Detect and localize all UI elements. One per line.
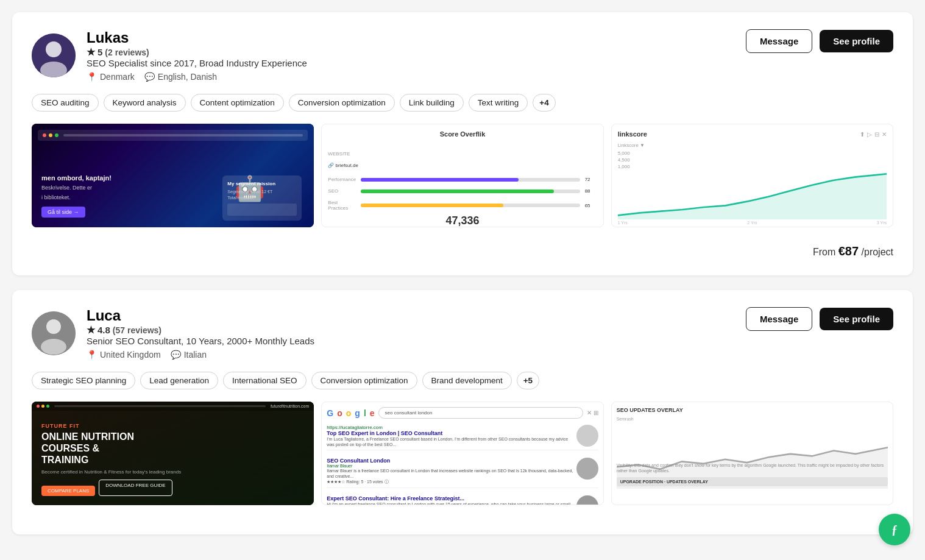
- tag-text-writing[interactable]: Text writing: [469, 94, 528, 112]
- price-lukas: From €87 /project: [813, 244, 893, 258]
- profile-name-lukas: Lukas ★ 5 (2 reviews): [87, 29, 307, 58]
- tag-brand-development[interactable]: Brand development: [422, 372, 512, 389]
- fiverr-icon: ƒ: [891, 523, 898, 537]
- tag-conversion-optimization[interactable]: Conversion optimization: [289, 94, 395, 112]
- rating-lukas: ★ 5 (2 reviews): [87, 46, 307, 58]
- tag-content-optimization[interactable]: Content optimization: [191, 94, 284, 112]
- speech-icon-luca: 💬: [171, 350, 181, 360]
- languages-lukas: 💬 English, Danish: [144, 72, 217, 82]
- portfolio-item-luca-1[interactable]: futurefitnutrition.com FUTURE FIT ONLINE…: [32, 402, 314, 505]
- profile-info-luca: Luca ★ 4.8 (57 reviews) Senior SEO Consu…: [87, 307, 314, 360]
- card-header-luca: Luca ★ 4.8 (57 reviews) Senior SEO Consu…: [32, 307, 893, 360]
- portfolio-item-lukas-2[interactable]: Score Overflik WEBSITE 🔗 briefsut.de Per…: [321, 124, 603, 227]
- star-icon-luca: ★: [87, 324, 95, 336]
- location-lukas: 📍 Denmark: [87, 72, 135, 82]
- location-luca: 📍 United Kingdom: [87, 350, 161, 360]
- tag-international-seo[interactable]: International SEO: [223, 372, 307, 389]
- profile-meta-lukas: 📍 Denmark 💬 English, Danish: [87, 72, 307, 82]
- svg-point-6: [41, 339, 66, 355]
- portfolio-item-lukas-1[interactable]: men ombord, kaptajn!Beskrivelse. Dette e…: [32, 124, 314, 227]
- message-button-luca[interactable]: Message: [746, 307, 812, 331]
- star-icon-lukas: ★: [87, 46, 95, 58]
- see-profile-button-luca[interactable]: See profile: [820, 308, 893, 330]
- svg-point-5: [46, 319, 61, 334]
- profile-subtitle-lukas: SEO Specialist since 2017, Broad Industr…: [87, 58, 307, 68]
- tag-seo-auditing[interactable]: SEO auditing: [32, 94, 99, 112]
- profile-meta-luca: 📍 United Kingdom 💬 Italian: [87, 350, 314, 360]
- tags-luca: Strategic SEO planning Lead generation I…: [32, 372, 893, 389]
- location-icon-luca: 📍: [87, 350, 97, 360]
- card-footer-lukas: From €87 /project: [32, 239, 893, 258]
- location-icon-lukas: 📍: [87, 72, 97, 82]
- profile-left-lukas: Lukas ★ 5 (2 reviews) SEO Specialist sin…: [32, 29, 307, 82]
- profile-left-luca: Luca ★ 4.8 (57 reviews) Senior SEO Consu…: [32, 307, 314, 360]
- tags-lukas: SEO auditing Keyword analysis Content op…: [32, 94, 893, 112]
- portfolio-luca: futurefitnutrition.com FUTURE FIT ONLINE…: [32, 402, 893, 505]
- message-button-lukas[interactable]: Message: [746, 29, 812, 53]
- card-actions-lukas: Message See profile: [746, 29, 893, 53]
- avatar-luca: [32, 311, 76, 355]
- avatar-lukas: [32, 34, 76, 77]
- profile-subtitle-luca: Senior SEO Consultant, 10 Years, 2000+ M…: [87, 336, 314, 346]
- tag-link-building[interactable]: Link building: [400, 94, 464, 112]
- portfolio-item-luca-2[interactable]: G o o g l e seo consultant london ✕ ⊞ ht…: [321, 402, 603, 505]
- languages-luca: 💬 Italian: [171, 350, 207, 360]
- portfolio-item-lukas-3[interactable]: linkscore ⬆▷⊟✕ Linkscore ▼ 5,000 4,500 1…: [611, 124, 893, 227]
- tags-more-luca[interactable]: +5: [517, 372, 539, 389]
- see-profile-button-lukas[interactable]: See profile: [820, 30, 893, 52]
- svg-marker-3: [618, 174, 887, 219]
- tag-keyword-analysis[interactable]: Keyword analysis: [104, 94, 186, 112]
- speech-icon-lukas: 💬: [144, 72, 155, 82]
- fiverr-button[interactable]: ƒ: [879, 514, 910, 545]
- card-header-lukas: Lukas ★ 5 (2 reviews) SEO Specialist sin…: [32, 29, 893, 82]
- profile-card-luca: Luca ★ 4.8 (57 reviews) Senior SEO Consu…: [12, 290, 913, 534]
- svg-point-1: [46, 41, 62, 57]
- tag-conversion-opt-luca[interactable]: Conversion optimization: [311, 372, 417, 389]
- rating-luca: ★ 4.8 (57 reviews): [87, 324, 314, 336]
- card-actions-luca: Message See profile: [746, 307, 893, 331]
- profile-card-lukas: Lukas ★ 5 (2 reviews) SEO Specialist sin…: [12, 12, 913, 275]
- portfolio-item-luca-3[interactable]: SEO UPDATES OVERLAY Semrush Visibility: …: [611, 402, 893, 505]
- tag-lead-generation[interactable]: Lead generation: [140, 372, 218, 389]
- profile-name-luca: Luca ★ 4.8 (57 reviews): [87, 307, 314, 336]
- tags-more-lukas[interactable]: +4: [533, 94, 555, 112]
- portfolio-lukas: men ombord, kaptajn!Beskrivelse. Dette e…: [32, 124, 893, 227]
- profile-info-lukas: Lukas ★ 5 (2 reviews) SEO Specialist sin…: [87, 29, 307, 82]
- tag-strategic-seo[interactable]: Strategic SEO planning: [32, 372, 135, 389]
